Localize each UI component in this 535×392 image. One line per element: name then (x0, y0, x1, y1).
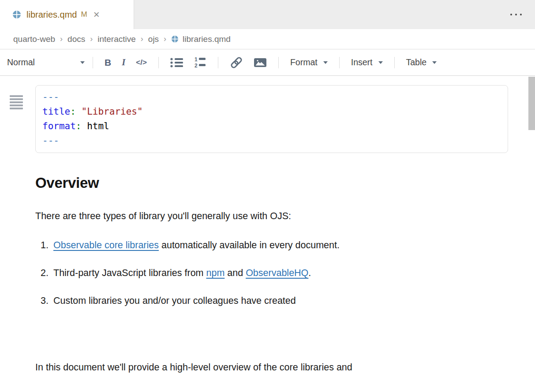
tab-libraries-qmd[interactable]: libraries.qmd M × (0, 0, 134, 29)
list-marker: 2. (35, 268, 53, 279)
quarto-icon (171, 35, 179, 43)
breadcrumb-item-docs[interactable]: docs (67, 34, 85, 44)
outro-line: In this document we'll provide a high-le… (35, 358, 486, 376)
chevron-right-icon: › (90, 34, 93, 44)
table-menu-label: Table (406, 57, 427, 67)
toolbar-divider (278, 57, 279, 68)
svg-text:1: 1 (195, 56, 198, 63)
toolbar-divider (218, 57, 218, 68)
chevron-down-icon (323, 61, 328, 64)
tab-title: libraries.qmd (26, 10, 77, 20)
image-icon (254, 57, 267, 68)
link-icon (230, 56, 243, 69)
drag-handle-icon[interactable] (10, 95, 23, 111)
paragraph-style-select[interactable]: Normal (7, 57, 86, 67)
link-observable-core-libraries[interactable]: Observable core libraries (53, 240, 159, 250)
list-item: 2. Third-party JavaScript libraries from… (35, 268, 486, 279)
breadcrumb-item-file[interactable]: libraries.qmd (171, 34, 231, 44)
chevron-down-icon (432, 61, 437, 64)
chevron-right-icon: › (141, 34, 143, 44)
insert-menu[interactable]: Insert (351, 57, 383, 67)
visual-editor-canvas[interactable]: --- title: "Libraries" format: html --- … (0, 85, 535, 392)
breadcrumb-item-ojs[interactable]: ojs (148, 34, 159, 44)
numbered-list: 1. Observable core libraries automatical… (35, 240, 486, 306)
italic-icon: I (122, 57, 125, 68)
formatting-toolbar: Normal B I </> 1 2 (0, 49, 535, 76)
bullet-list-button[interactable] (170, 57, 183, 68)
yaml-format-key: format (42, 121, 76, 131)
svg-text:2: 2 (195, 63, 198, 69)
more-actions-icon (510, 14, 512, 15)
list-item: 1. Observable core libraries automatical… (35, 240, 486, 251)
bold-icon: B (105, 57, 111, 68)
insert-image-button[interactable] (254, 57, 267, 68)
table-menu[interactable]: Table (406, 57, 437, 67)
format-menu-label: Format (290, 57, 318, 67)
yaml-title-value: "Libraries" (76, 106, 143, 117)
breadcrumb-item-quarto-web[interactable]: quarto-web (13, 34, 55, 44)
outro-paragraph: In this document we'll provide a high-le… (35, 323, 486, 392)
code-icon: </> (136, 58, 147, 67)
link-observablehq[interactable]: ObservableHQ (246, 268, 308, 278)
breadcrumb-file-label: libraries.qmd (183, 34, 231, 44)
bullet-list-icon (170, 57, 183, 68)
vertical-scrollbar[interactable] (528, 77, 535, 130)
tab-bar: libraries.qmd M × (0, 0, 535, 29)
italic-button[interactable]: I (122, 57, 125, 68)
chevron-right-icon: › (60, 34, 63, 44)
page-title: Overview (35, 175, 486, 191)
quarto-icon (12, 10, 21, 19)
toolbar-divider (394, 57, 395, 68)
paragraph-style-value: Normal (7, 57, 35, 67)
toolbar-divider (339, 57, 340, 68)
breadcrumb: quarto-web › docs › interactive › ojs › … (0, 29, 535, 49)
close-icon[interactable]: × (94, 9, 100, 20)
intro-paragraph: There are three types of library you'll … (35, 211, 486, 222)
numbered-list-icon: 1 2 (194, 56, 206, 69)
code-button[interactable]: </> (136, 58, 147, 67)
numbered-list-button[interactable]: 1 2 (194, 56, 206, 69)
toolbar-divider (158, 57, 159, 68)
chevron-down-icon (378, 61, 383, 64)
chevron-down-icon (80, 61, 85, 64)
toolbar-divider (93, 57, 93, 68)
list-marker: 1. (35, 240, 53, 251)
chevron-right-icon: › (164, 34, 166, 44)
bold-button[interactable]: B (105, 57, 111, 68)
yaml-front-matter-block[interactable]: --- title: "Libraries" format: html --- (35, 85, 508, 153)
list-marker: 3. (35, 295, 53, 306)
more-actions-button[interactable] (510, 0, 535, 29)
insert-menu-label: Insert (351, 57, 373, 67)
yaml-delimiter: --- (42, 92, 59, 102)
link-npm[interactable]: npm (206, 268, 224, 278)
list-item: 3. Custom libraries you and/or your coll… (35, 295, 486, 306)
yaml-format-value: html (82, 121, 109, 131)
format-menu[interactable]: Format (290, 57, 328, 67)
git-modified-badge: M (81, 10, 87, 19)
yaml-title-key: title (42, 106, 70, 117)
yaml-delimiter: --- (42, 135, 59, 146)
insert-link-button[interactable] (230, 56, 243, 69)
breadcrumb-item-interactive[interactable]: interactive (97, 34, 136, 44)
